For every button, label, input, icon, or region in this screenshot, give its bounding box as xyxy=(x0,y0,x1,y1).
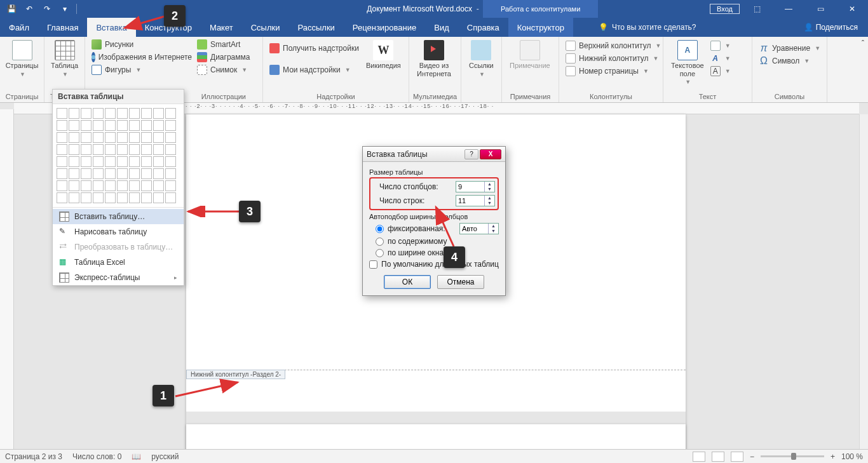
grid-cell[interactable] xyxy=(153,156,164,167)
grid-cell[interactable] xyxy=(93,108,104,119)
grid-cell[interactable] xyxy=(69,120,79,131)
grid-cell[interactable] xyxy=(165,156,176,167)
tab-view[interactable]: Вид xyxy=(425,18,458,37)
grid-cell[interactable] xyxy=(141,192,152,203)
share-button[interactable]: 👤 Поделиться xyxy=(804,18,858,37)
grid-cell[interactable] xyxy=(141,144,152,155)
pages-button[interactable]: Страницы ▼ xyxy=(4,39,40,79)
undo-button[interactable]: ↶ xyxy=(22,2,37,16)
grid-cell[interactable] xyxy=(81,180,92,191)
grid-cell[interactable] xyxy=(141,132,152,143)
grid-cell[interactable] xyxy=(69,168,79,179)
maximize-button[interactable]: ▭ xyxy=(806,0,835,18)
grid-cell[interactable] xyxy=(93,120,104,131)
grid-cell[interactable] xyxy=(69,192,79,203)
table-size-grid[interactable] xyxy=(53,104,184,206)
grid-cell[interactable] xyxy=(129,168,140,179)
tab-layout[interactable]: Макет xyxy=(201,18,242,37)
columns-spinner[interactable]: ▲▼ xyxy=(456,181,495,192)
table-button[interactable]: Таблица ▼ xyxy=(48,39,81,79)
save-button[interactable]: 💾 xyxy=(4,2,19,16)
columns-input[interactable] xyxy=(456,183,484,191)
grid-cell[interactable] xyxy=(165,192,176,203)
header-button[interactable]: Верхний колонтитул▼ xyxy=(563,40,663,51)
grid-cell[interactable] xyxy=(129,132,140,143)
status-word-count[interactable]: Число слов: 0 xyxy=(72,452,121,461)
grid-cell[interactable] xyxy=(129,156,140,167)
grid-cell[interactable] xyxy=(117,180,128,191)
grid-cell[interactable] xyxy=(93,156,104,167)
view-print-layout[interactable] xyxy=(712,452,724,462)
cancel-button[interactable]: Отмена xyxy=(437,275,484,289)
zoom-level[interactable]: 100 % xyxy=(841,452,863,461)
grid-cell[interactable] xyxy=(153,108,164,119)
status-proofing-icon[interactable]: 📖 xyxy=(132,452,141,461)
rows-input[interactable] xyxy=(456,197,484,205)
spin-down-icon[interactable]: ▼ xyxy=(484,201,494,206)
close-button[interactable]: ✕ xyxy=(837,0,867,18)
grid-cell[interactable] xyxy=(69,156,79,167)
spin-up-icon[interactable]: ▲ xyxy=(484,182,494,187)
status-page[interactable]: Страница 2 из 3 xyxy=(5,452,62,461)
grid-cell[interactable] xyxy=(93,132,104,143)
grid-cell[interactable] xyxy=(93,180,104,191)
document-page-2[interactable] xyxy=(186,424,686,449)
grid-cell[interactable] xyxy=(141,180,152,191)
my-addins-button[interactable]: Мои надстройки▼ xyxy=(267,64,362,76)
grid-cell[interactable] xyxy=(81,108,92,119)
grid-cell[interactable] xyxy=(105,180,116,191)
minimize-button[interactable]: — xyxy=(774,0,803,18)
grid-cell[interactable] xyxy=(165,120,176,131)
grid-cell[interactable] xyxy=(81,168,92,179)
chart-button[interactable]: Диаграмма xyxy=(194,51,252,63)
get-addins-button[interactable]: Получить надстройки xyxy=(267,43,362,54)
grid-cell[interactable] xyxy=(117,192,128,203)
vertical-scrollbar[interactable] xyxy=(859,114,868,449)
zoom-out-button[interactable]: − xyxy=(750,452,754,461)
grid-cell[interactable] xyxy=(57,156,67,167)
grid-cell[interactable] xyxy=(117,168,128,179)
menu-draw-table[interactable]: ✎Нарисовать таблицу xyxy=(53,224,184,239)
wordart-button[interactable]: A▼ xyxy=(708,53,733,64)
shapes-button[interactable]: Фигуры▼ xyxy=(89,64,194,76)
grid-cell[interactable] xyxy=(141,108,152,119)
status-language[interactable]: русский xyxy=(151,452,179,461)
redo-button[interactable]: ↷ xyxy=(39,2,55,16)
spin-up-icon[interactable]: ▲ xyxy=(484,196,494,201)
grid-cell[interactable] xyxy=(153,120,164,131)
grid-cell[interactable] xyxy=(165,108,176,119)
links-button[interactable]: Ссылки ▼ xyxy=(465,39,498,79)
grid-cell[interactable] xyxy=(81,132,92,143)
radio-content[interactable] xyxy=(376,238,384,246)
grid-cell[interactable] xyxy=(105,120,116,131)
zoom-thumb[interactable] xyxy=(791,453,796,460)
grid-cell[interactable] xyxy=(81,192,92,203)
grid-cell[interactable] xyxy=(141,156,152,167)
grid-cell[interactable] xyxy=(117,156,128,167)
tab-help[interactable]: Справка xyxy=(458,18,508,37)
grid-cell[interactable] xyxy=(105,192,116,203)
fixed-width-spinner[interactable]: ▲▼ xyxy=(459,223,499,234)
equation-button[interactable]: πУравнение▼ xyxy=(756,43,823,54)
grid-cell[interactable] xyxy=(81,144,92,155)
grid-cell[interactable] xyxy=(129,144,140,155)
grid-cell[interactable] xyxy=(141,168,152,179)
vertical-ruler[interactable] xyxy=(0,109,14,449)
dialog-titlebar[interactable]: Вставка таблицы ? X xyxy=(363,147,505,162)
dialog-close-button[interactable]: X xyxy=(480,149,501,159)
grid-cell[interactable] xyxy=(93,192,104,203)
grid-cell[interactable] xyxy=(153,180,164,191)
spin-up-icon[interactable]: ▲ xyxy=(488,224,498,229)
screenshot-button[interactable]: Снимок▼ xyxy=(194,64,252,76)
fixed-width-input[interactable] xyxy=(460,225,488,232)
ribbon-collapse[interactable]: ˆ xyxy=(862,37,868,102)
grid-cell[interactable] xyxy=(105,156,116,167)
menu-excel-table[interactable]: ▦Таблица Excel xyxy=(53,255,184,270)
grid-cell[interactable] xyxy=(117,144,128,155)
grid-cell[interactable] xyxy=(57,108,67,119)
tab-mailings[interactable]: Рассылки xyxy=(288,18,343,37)
radio-fixed[interactable] xyxy=(376,225,384,233)
grid-cell[interactable] xyxy=(57,168,67,179)
pictures-button[interactable]: Рисунки xyxy=(89,39,194,50)
grid-cell[interactable] xyxy=(105,132,116,143)
